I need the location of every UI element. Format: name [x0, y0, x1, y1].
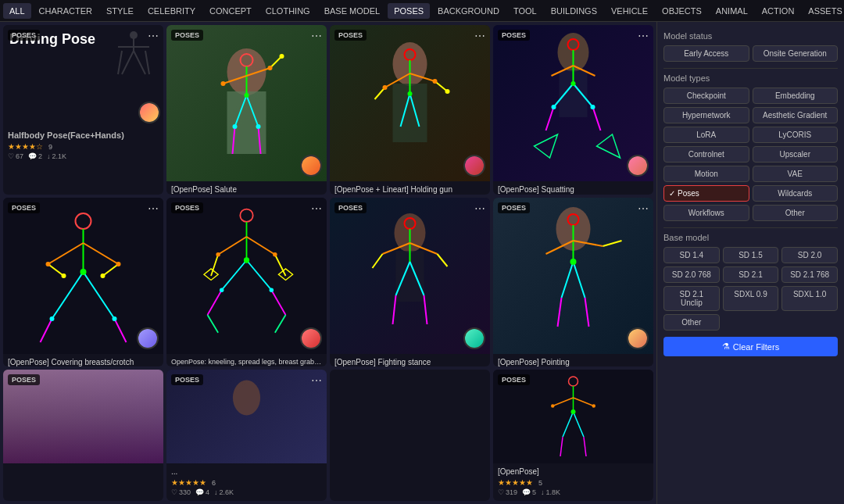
base-sd20-768[interactable]: SD 2.0 768: [663, 266, 720, 283]
svg-marker-49: [597, 134, 620, 158]
nav-background[interactable]: BACKGROUND: [431, 3, 506, 19]
type-other-models[interactable]: Other: [753, 205, 839, 221]
nav-concept[interactable]: CONCEPT: [203, 3, 258, 19]
card-kneeling[interactable]: POSES ⋯: [166, 198, 327, 367]
svg-line-100: [424, 295, 427, 324]
downloads-count: 2.1K: [52, 152, 67, 160]
card-placeholder-1[interactable]: [330, 370, 490, 501]
card-covering[interactable]: POSES ⋯: [3, 198, 163, 367]
nav-base-model[interactable]: BASE MODEL: [318, 3, 387, 19]
card-info: [OpenPose] Squatting ★★★★★ 6 ♡ 467 💬 6: [493, 181, 653, 195]
poses-label: Poses: [678, 189, 699, 198]
comment-icon: 💬: [522, 488, 531, 496]
nav-all[interactable]: ALL: [3, 3, 31, 19]
type-motion[interactable]: Motion: [663, 166, 749, 182]
rating-count: 9: [48, 143, 52, 151]
base-sd21-768[interactable]: SD 2.1 768: [781, 266, 838, 283]
type-controlnet[interactable]: Controlnet: [663, 146, 749, 163]
svg-line-58: [103, 264, 119, 276]
card-pointing[interactable]: POSES ⋯: [493, 198, 653, 367]
nav-tool[interactable]: TOOL: [507, 3, 543, 19]
base-sd21[interactable]: SD 2.1: [723, 266, 779, 283]
svg-point-63: [80, 269, 87, 275]
card-menu-icon[interactable]: ⋯: [474, 30, 485, 42]
card-avatar: [463, 327, 485, 349]
early-access-btn[interactable]: Early Access: [663, 45, 749, 62]
rating-count: 5: [538, 479, 542, 487]
svg-line-3: [145, 51, 149, 74]
type-workflows[interactable]: Workflows: [663, 205, 749, 221]
nav-character[interactable]: CHARACTER: [33, 3, 98, 19]
card-menu-icon[interactable]: ⋯: [638, 202, 649, 215]
card-title: [OpenPose + Lineart] Holding gun: [334, 185, 485, 194]
card-menu-icon[interactable]: ⋯: [311, 30, 322, 42]
nav-vehicle[interactable]: VEHICLE: [605, 3, 654, 19]
type-lora[interactable]: LoRA: [663, 127, 749, 143]
likes-stat: ♡ 330: [171, 488, 191, 496]
type-embedding[interactable]: Embedding: [753, 88, 839, 104]
svg-line-73: [211, 254, 218, 275]
nav-animal[interactable]: ANIMAL: [710, 3, 754, 19]
nav-assets[interactable]: ASSETS: [802, 3, 844, 19]
nav-buildings[interactable]: BUILDINGS: [545, 3, 603, 19]
card-menu-icon[interactable]: ⋯: [311, 202, 322, 215]
card-menu-icon[interactable]: ⋯: [638, 30, 649, 42]
nav-celebrity[interactable]: CELEBRITY: [141, 3, 202, 19]
svg-line-108: [574, 262, 585, 298]
type-poses[interactable]: ✓ Poses: [663, 185, 749, 202]
card-title: [OpenPose] Pointing: [498, 358, 649, 366]
svg-line-62: [115, 319, 127, 342]
onsite-generation-btn[interactable]: Onsite Generation: [753, 45, 839, 62]
base-sd20[interactable]: SD 2.0: [781, 247, 838, 263]
clear-filters-button[interactable]: ⚗ Clear Filters: [663, 337, 838, 356]
divider-1: [663, 68, 838, 69]
card-menu-icon[interactable]: ⋯: [474, 202, 485, 215]
nav-poses[interactable]: POSES: [388, 3, 430, 19]
svg-line-5: [134, 51, 145, 74]
divider-2: [663, 227, 838, 228]
base-sd14[interactable]: SD 1.4: [663, 247, 720, 263]
model-types-grid: Checkpoint Embedding Hypernetwork Aesthe…: [663, 88, 838, 221]
type-upscaler[interactable]: Upscaler: [753, 146, 839, 163]
svg-point-69: [113, 316, 117, 321]
card-image: [330, 25, 490, 181]
type-wildcards[interactable]: Wildcards: [753, 185, 839, 202]
nav-action[interactable]: ACTION: [756, 3, 801, 19]
card-title: [OpenPose]: [498, 467, 649, 476]
svg-line-96: [438, 254, 448, 266]
card-fighting[interactable]: POSES ⋯: [330, 198, 490, 367]
card-menu-icon[interactable]: ⋯: [311, 374, 322, 387]
card-row3-col2[interactable]: POSES ⋯ ... ★★★★★ 6: [166, 370, 327, 501]
nav-style[interactable]: STYLE: [100, 3, 140, 19]
type-checkpoint[interactable]: Checkpoint: [663, 88, 749, 104]
svg-point-19: [221, 81, 226, 86]
type-lycoris[interactable]: LyCORIS: [753, 127, 839, 143]
svg-line-13: [270, 56, 282, 68]
card-menu-icon[interactable]: ⋯: [148, 30, 159, 42]
card-salute[interactable]: POSES ⋯: [166, 25, 327, 195]
card-pose-3[interactable]: POSES: [493, 370, 653, 501]
base-sd15[interactable]: SD 1.5: [723, 247, 779, 263]
card-stats: ♡ 319 💬 5 ↓ 1.8K: [498, 488, 649, 496]
card-menu-icon[interactable]: ⋯: [148, 202, 159, 215]
card-avatar: [300, 155, 322, 177]
base-other[interactable]: Other: [663, 314, 720, 331]
card-holding-gun[interactable]: POSES ⋯: [330, 25, 490, 195]
base-sdxl10[interactable]: SDXL 1.0: [781, 286, 838, 311]
comments-count: 4: [206, 488, 209, 496]
card-driving-pose[interactable]: POSES ⋯ Driving Pose: [3, 25, 163, 195]
type-aesthetic[interactable]: Aesthetic Gradient: [753, 107, 839, 123]
type-hypernetwork[interactable]: Hypernetwork: [663, 107, 749, 123]
card-partial-1[interactable]: POSES: [3, 370, 163, 501]
base-sdxl09[interactable]: SDXL 0.9: [723, 286, 779, 311]
heart-icon: ♡: [498, 488, 504, 496]
svg-line-2: [118, 51, 122, 74]
rating-count: 6: [212, 479, 216, 487]
card-squatting[interactable]: POSES ⋯: [493, 25, 653, 195]
svg-point-23: [256, 124, 261, 129]
svg-point-84: [244, 257, 249, 263]
base-sd21-unclip[interactable]: SD 2.1 Unclip: [663, 286, 720, 311]
nav-objects[interactable]: OBJECTS: [656, 3, 708, 19]
type-vae[interactable]: VAE: [753, 166, 839, 182]
nav-clothing[interactable]: CLOTHING: [259, 3, 316, 19]
